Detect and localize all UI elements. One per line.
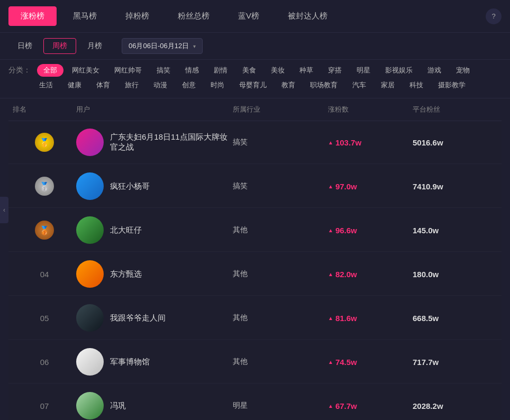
cat-tag-education[interactable]: 教育 xyxy=(275,79,302,92)
collapse-button[interactable]: ‹ xyxy=(0,197,8,223)
industry-cell-5: 其他 xyxy=(233,357,328,367)
cat-tag-anime[interactable]: 动漫 xyxy=(147,79,174,92)
help-icon: ? xyxy=(491,12,495,20)
rank-badge-silver: 🥈 xyxy=(35,177,54,196)
user-name: 疯狂小杨哥 xyxy=(110,181,150,191)
nav-tab-fans-drop[interactable]: 掉粉榜 xyxy=(113,6,161,26)
category-rows: 分类：全部网红美女网红帅哥搞笑情感剧情美食美妆种草穿搭明星影视娱乐游戏宠物生活健… xyxy=(8,64,502,92)
cat-tag-home[interactable]: 家居 xyxy=(375,79,401,92)
fans-gain-cell-1: 97.0w xyxy=(328,182,413,191)
user-cell-1: 疯狂小杨哥 xyxy=(76,172,233,200)
rank-cell-1: 🥈 xyxy=(13,177,76,196)
cat-tag-pet[interactable]: 宠物 xyxy=(450,64,476,77)
fans-gain-cell-2: 96.6w xyxy=(328,226,413,235)
user-name: 广东夫妇6月18日11点国际大牌妆官之战 xyxy=(110,132,233,152)
user-cell-0: 广东夫妇6月18日11点国际大牌妆官之战 xyxy=(76,129,233,156)
cat-tag-parenting[interactable]: 母婴育儿 xyxy=(233,79,273,92)
nav-tabs: 涨粉榜黑马榜掉粉榜粉丝总榜蓝V榜被封达人榜 xyxy=(8,6,340,26)
col-user: 用户 xyxy=(76,105,233,114)
cat-tag-travel[interactable]: 旅行 xyxy=(119,79,145,92)
cat-tag-car[interactable]: 汽车 xyxy=(346,79,372,92)
industry-cell-4: 其他 xyxy=(233,313,328,323)
category-row-0: 分类：全部网红美女网红帅哥搞笑情感剧情美食美妆种草穿搭明星影视娱乐游戏宠物 xyxy=(8,64,502,77)
cat-tag-tech[interactable]: 科技 xyxy=(403,79,430,92)
cat-tag-beauty-female[interactable]: 网红美女 xyxy=(66,64,106,77)
table-row[interactable]: 🥉北大旺仔其他96.6w145.0w xyxy=(8,209,502,252)
period-tab-weekly[interactable]: 周榜 xyxy=(43,38,76,54)
cat-tag-sport[interactable]: 体育 xyxy=(90,79,116,92)
category-row-1: 生活健康体育旅行动漫创意时尚母婴育儿教育职场教育汽车家居科技摄影教学 xyxy=(8,79,502,92)
industry-cell-2: 其他 xyxy=(233,225,328,235)
rank-cell-0: 🥇 xyxy=(13,133,76,152)
rank-number-5: 06 xyxy=(40,358,49,367)
top-nav: 涨粉榜黑马榜掉粉榜粉丝总榜蓝V榜被封达人榜 ? xyxy=(0,0,510,33)
platform-fans-cell-4: 668.5w xyxy=(413,314,497,323)
user-cell-3: 东方甄选 xyxy=(76,260,233,288)
date-picker-arrow-icon: ▾ xyxy=(193,43,196,49)
cat-tag-celebrity[interactable]: 明星 xyxy=(350,64,377,77)
table-row[interactable]: 06军事博物馆其他74.5w717.7w xyxy=(8,341,502,384)
industry-cell-1: 搞笑 xyxy=(233,181,328,191)
fans-gain-cell-0: 103.7w xyxy=(328,138,413,147)
avatar xyxy=(76,172,104,200)
nav-tab-dark-horse[interactable]: 黑马榜 xyxy=(61,6,109,26)
cat-tag-drama[interactable]: 剧情 xyxy=(207,64,234,77)
rank-number-4: 05 xyxy=(40,314,49,323)
avatar xyxy=(76,392,104,419)
platform-fans-cell-6: 2028.2w xyxy=(413,401,497,410)
cat-tag-career[interactable]: 职场教育 xyxy=(304,79,344,92)
date-picker[interactable]: 06月06日-06月12日 ▾ xyxy=(122,38,203,54)
table-row[interactable]: 05我跟爷爷走人间其他81.6w668.5w xyxy=(8,297,502,340)
industry-cell-3: 其他 xyxy=(233,269,328,279)
col-industry: 所属行业 xyxy=(233,105,328,114)
cat-tag-photo[interactable]: 摄影教学 xyxy=(432,79,472,92)
cat-tag-health[interactable]: 健康 xyxy=(61,79,88,92)
table-row[interactable]: 🥈疯狂小杨哥搞笑97.0w7410.9w xyxy=(8,165,502,208)
cat-tag-entertainment[interactable]: 影视娱乐 xyxy=(379,64,419,77)
nav-tab-top-blocked[interactable]: 被封达人榜 xyxy=(276,6,340,26)
table-rows: 🥇广东夫妇6月18日11点国际大牌妆官之战搞笑103.7w5016.6w🥈疯狂小… xyxy=(8,121,502,420)
cat-tag-all[interactable]: 全部 xyxy=(37,64,63,77)
period-tab-monthly[interactable]: 月榜 xyxy=(78,38,111,54)
cat-tag-funny[interactable]: 搞笑 xyxy=(150,64,177,77)
avatar xyxy=(76,348,104,376)
table-row[interactable]: 🥇广东夫妇6月18日11点国际大牌妆官之战搞笑103.7w5016.6w xyxy=(8,121,502,164)
category-label: 分类： xyxy=(8,66,31,75)
cat-tag-life[interactable]: 生活 xyxy=(33,79,59,92)
cat-tag-creative[interactable]: 创意 xyxy=(176,79,202,92)
industry-cell-0: 搞笑 xyxy=(233,138,328,147)
cat-tag-plant[interactable]: 种草 xyxy=(293,64,320,77)
cat-tag-game[interactable]: 游戏 xyxy=(421,64,448,77)
rank-cell-3: 04 xyxy=(13,270,76,279)
nav-tab-fans-total[interactable]: 粉丝总榜 xyxy=(166,6,222,26)
period-tab-daily[interactable]: 日榜 xyxy=(8,38,41,54)
cat-tag-handsome-male[interactable]: 网红帅哥 xyxy=(108,64,148,77)
col-platform-fans: 平台粉丝 xyxy=(413,105,497,114)
industry-cell-6: 明星 xyxy=(233,401,328,410)
cat-tag-fashion2[interactable]: 时尚 xyxy=(204,79,231,92)
user-cell-4: 我跟爷爷走人间 xyxy=(76,304,233,332)
table-header: 排名 用户 所属行业 涨粉数 平台粉丝 xyxy=(8,98,502,121)
user-cell-6: 冯巩 xyxy=(76,392,233,419)
platform-fans-cell-5: 717.7w xyxy=(413,358,497,367)
table-row[interactable]: 07冯巩明星67.7w2028.2w xyxy=(8,385,502,420)
avatar xyxy=(76,260,104,288)
user-name: 我跟爷爷走人间 xyxy=(110,313,166,323)
cat-tag-food[interactable]: 美食 xyxy=(236,64,262,77)
cat-tag-makeup[interactable]: 美妆 xyxy=(265,64,291,77)
collapse-icon: ‹ xyxy=(3,206,5,214)
cat-tag-emotion[interactable]: 情感 xyxy=(179,64,205,77)
user-name: 北大旺仔 xyxy=(110,225,142,235)
help-button[interactable]: ? xyxy=(486,8,502,24)
rank-badge-gold: 🥇 xyxy=(35,133,54,152)
user-name: 冯巩 xyxy=(110,401,126,411)
nav-tab-fans-rise[interactable]: 涨粉榜 xyxy=(8,6,57,26)
user-cell-5: 军事博物馆 xyxy=(76,348,233,376)
cat-tag-fashion[interactable]: 穿搭 xyxy=(322,64,348,77)
period-tabs: 日榜周榜月榜 xyxy=(8,38,111,54)
user-cell-2: 北大旺仔 xyxy=(76,216,233,244)
table-row[interactable]: 04东方甄选其他82.0w180.0w xyxy=(8,253,502,296)
fans-gain-cell-3: 82.0w xyxy=(328,270,413,279)
fans-gain-cell-5: 74.5w xyxy=(328,358,413,367)
nav-tab-blue-v[interactable]: 蓝V榜 xyxy=(226,6,271,26)
